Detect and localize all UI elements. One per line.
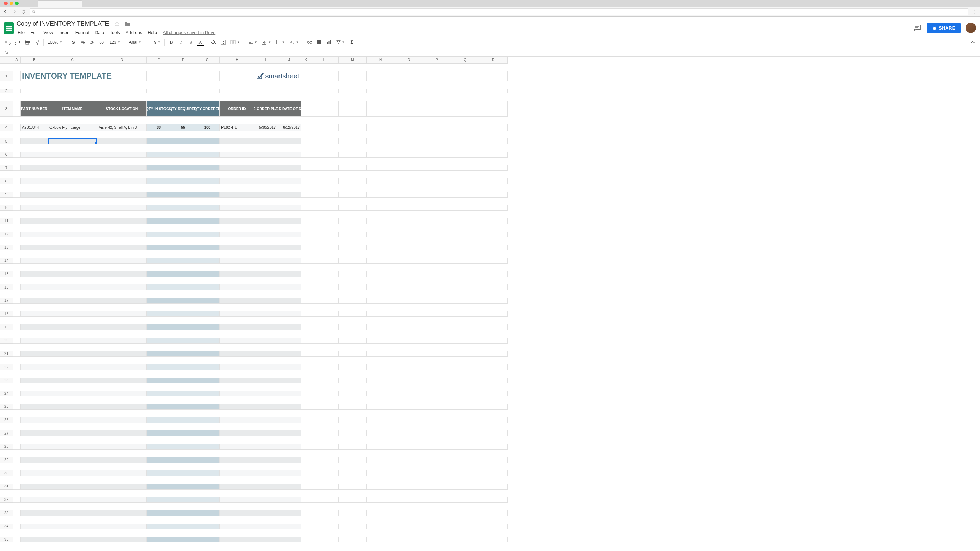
- cell-O21[interactable]: [395, 351, 423, 357]
- cell-R13[interactable]: [479, 245, 508, 250]
- cell-F17[interactable]: [171, 298, 196, 304]
- cell-G16[interactable]: [196, 284, 220, 290]
- cell-H3[interactable]: ORDER ID: [220, 101, 255, 117]
- cell-B17[interactable]: [21, 298, 48, 304]
- cell-L34[interactable]: [310, 524, 339, 529]
- row-header-18[interactable]: 18: [0, 311, 13, 317]
- cell-C25[interactable]: [48, 404, 97, 410]
- cell-E10[interactable]: [146, 205, 171, 210]
- cell-G18[interactable]: [196, 311, 220, 317]
- cell-I9[interactable]: [255, 192, 277, 197]
- cell-K30[interactable]: [301, 470, 310, 476]
- cell-Q20[interactable]: [451, 338, 479, 344]
- cell-P14[interactable]: [423, 258, 451, 264]
- cell-O28[interactable]: [395, 444, 423, 450]
- column-header-R[interactable]: R: [479, 57, 508, 64]
- cell-A2[interactable]: [13, 89, 21, 94]
- cell-P19[interactable]: [423, 324, 451, 330]
- cell-I26[interactable]: [255, 417, 277, 423]
- cell-P11[interactable]: [423, 218, 451, 224]
- cell-M16[interactable]: [339, 284, 367, 290]
- cell-K32[interactable]: [301, 497, 310, 503]
- cell-Q13[interactable]: [451, 245, 479, 250]
- cell-P34[interactable]: [423, 524, 451, 529]
- cell-J13[interactable]: [277, 245, 301, 250]
- cell-G33[interactable]: [196, 510, 220, 516]
- row-header-32[interactable]: 32: [0, 497, 13, 503]
- cell-O23[interactable]: [395, 377, 423, 383]
- cell-B26[interactable]: [21, 417, 48, 423]
- cell-P1[interactable]: [423, 71, 451, 81]
- cell-J9[interactable]: [277, 192, 301, 197]
- row-header-5[interactable]: 5: [0, 139, 13, 144]
- cell-R33[interactable]: [479, 510, 508, 516]
- column-header-F[interactable]: F: [171, 57, 196, 64]
- cell-O29[interactable]: [395, 457, 423, 463]
- cell-C5[interactable]: [48, 139, 97, 144]
- cell-D2[interactable]: [97, 89, 146, 94]
- cell-R9[interactable]: [479, 192, 508, 197]
- cell-L7[interactable]: [310, 165, 339, 171]
- cell-P24[interactable]: [423, 390, 451, 397]
- cell-G14[interactable]: [196, 258, 220, 264]
- cell-M34[interactable]: [339, 524, 367, 529]
- cell-D9[interactable]: [97, 192, 146, 197]
- cell-F10[interactable]: [171, 205, 196, 210]
- cell-F26[interactable]: [171, 417, 196, 423]
- cell-C11[interactable]: [48, 218, 97, 224]
- cell-B4[interactable]: A231J344: [21, 124, 48, 131]
- cell-P20[interactable]: [423, 338, 451, 344]
- cell-D33[interactable]: [97, 510, 146, 516]
- menu-tools[interactable]: Tools: [107, 29, 122, 36]
- cell-I4[interactable]: 5/30/2017: [255, 124, 277, 131]
- cell-I35[interactable]: [255, 537, 277, 542]
- cell-R23[interactable]: [479, 377, 508, 383]
- cell-D32[interactable]: [97, 497, 146, 503]
- cell-G11[interactable]: [196, 218, 220, 224]
- cell-I20[interactable]: [255, 338, 277, 344]
- cell-C17[interactable]: [48, 298, 97, 304]
- cell-J18[interactable]: [277, 311, 301, 317]
- cell-P28[interactable]: [423, 444, 451, 450]
- cell-E18[interactable]: [146, 311, 171, 317]
- cell-J27[interactable]: [277, 430, 301, 436]
- cell-R20[interactable]: [479, 338, 508, 344]
- cell-K20[interactable]: [301, 338, 310, 344]
- cell-L25[interactable]: [310, 404, 339, 410]
- row-header-11[interactable]: 11: [0, 218, 13, 224]
- row-header-35[interactable]: 35: [0, 537, 13, 542]
- cell-R2[interactable]: [479, 89, 508, 94]
- cell-I34[interactable]: [255, 524, 277, 529]
- cell-I30[interactable]: [255, 470, 277, 476]
- cell-D5[interactable]: [97, 139, 146, 144]
- cell-G7[interactable]: [196, 165, 220, 171]
- cell-P16[interactable]: [423, 284, 451, 290]
- cell-A13[interactable]: [13, 245, 21, 250]
- row-header-22[interactable]: 22: [0, 364, 13, 370]
- cell-H27[interactable]: [220, 430, 255, 436]
- cell-J25[interactable]: [277, 404, 301, 410]
- cell-E9[interactable]: [146, 192, 171, 197]
- cell-K25[interactable]: [301, 404, 310, 410]
- cell-C19[interactable]: [48, 324, 97, 330]
- cell-B32[interactable]: [21, 497, 48, 503]
- cell-G26[interactable]: [196, 417, 220, 423]
- undo-button[interactable]: [3, 38, 12, 47]
- cell-O34[interactable]: [395, 524, 423, 529]
- increase-decimal-button[interactable]: .00→: [98, 38, 107, 47]
- folder-icon[interactable]: [124, 21, 131, 27]
- cell-P17[interactable]: [423, 298, 451, 304]
- cell-A8[interactable]: [13, 178, 21, 184]
- cell-B2[interactable]: [21, 89, 48, 94]
- cell-J11[interactable]: [277, 218, 301, 224]
- cell-N9[interactable]: [367, 192, 395, 197]
- cell-M4[interactable]: [339, 124, 367, 131]
- italic-button[interactable]: I: [177, 38, 185, 47]
- cell-Q1[interactable]: [451, 71, 479, 81]
- cell-N11[interactable]: [367, 218, 395, 224]
- cell-N15[interactable]: [367, 271, 395, 277]
- menu-view[interactable]: View: [41, 29, 55, 36]
- cell-B12[interactable]: [21, 231, 48, 237]
- cell-R34[interactable]: [479, 524, 508, 529]
- cell-R8[interactable]: [479, 178, 508, 184]
